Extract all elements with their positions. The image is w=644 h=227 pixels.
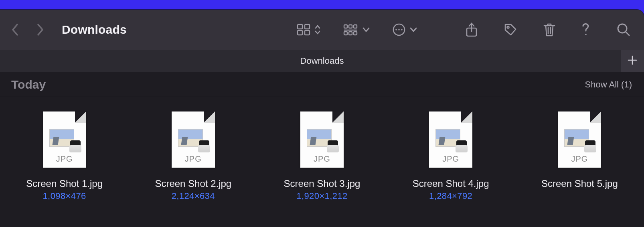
svg-rect-4 — [344, 25, 347, 28]
help-button[interactable] — [579, 20, 593, 39]
desktop-background-strip — [0, 0, 644, 10]
tab-label[interactable]: Downloads — [300, 56, 344, 66]
svg-point-22 — [618, 24, 627, 33]
show-all-button[interactable]: Show All (1) — [585, 79, 632, 90]
file-name: Screen Shot 5.jpg — [541, 178, 618, 189]
file-item[interactable]: JPG Screen Shot 1.jpg 1,098×476 — [2, 111, 127, 201]
group-button[interactable] — [341, 21, 372, 38]
file-dimensions: 1,920×1,212 — [296, 191, 347, 201]
svg-rect-6 — [354, 25, 357, 28]
file-icon: JPG — [429, 111, 472, 168]
file-name: Screen Shot 4.jpg — [413, 178, 489, 189]
view-mode-button[interactable] — [294, 21, 323, 38]
svg-point-14 — [401, 29, 403, 30]
file-type-label: JPG — [172, 154, 215, 164]
preview-app-icon — [327, 140, 339, 152]
section-header: Today Show All (1) — [0, 72, 644, 97]
preview-app-icon — [584, 140, 596, 152]
svg-point-12 — [395, 29, 397, 30]
file-item[interactable]: JPG Screen Shot 5.jpg — [517, 111, 642, 201]
nav-arrows — [10, 22, 46, 38]
back-button[interactable] — [10, 22, 21, 38]
file-type-label: JPG — [43, 154, 86, 164]
preview-app-icon — [456, 140, 468, 152]
toolbar: Downloads — [0, 10, 644, 50]
tab-bar: Downloads — [0, 50, 644, 72]
preview-app-icon — [69, 140, 81, 152]
search-button[interactable] — [614, 20, 633, 39]
svg-rect-1 — [305, 24, 310, 29]
plus-icon — [627, 55, 638, 67]
trash-icon — [543, 22, 556, 37]
svg-rect-5 — [349, 25, 352, 28]
svg-point-17 — [507, 26, 509, 28]
file-name: Screen Shot 1.jpg — [26, 178, 103, 189]
section-title: Today — [11, 78, 46, 91]
trash-button[interactable] — [541, 20, 558, 39]
ellipsis-circle-icon — [392, 23, 406, 36]
file-dimensions: 2,124×634 — [172, 191, 215, 201]
file-dimensions: 1,098×476 — [43, 191, 86, 201]
file-icon: JPG — [43, 111, 86, 168]
svg-line-23 — [626, 32, 629, 35]
preview-app-icon — [198, 140, 210, 152]
svg-point-21 — [585, 34, 587, 35]
group-icon — [343, 24, 358, 36]
grid-icon — [297, 24, 310, 36]
search-icon — [617, 23, 630, 36]
svg-rect-9 — [349, 32, 352, 35]
file-dimensions: 1,284×792 — [429, 191, 472, 201]
svg-point-13 — [398, 29, 400, 30]
chevron-updown-icon — [314, 24, 321, 35]
file-name: Screen Shot 2.jpg — [155, 178, 231, 189]
share-icon — [465, 22, 478, 37]
file-type-label: JPG — [300, 154, 344, 164]
svg-rect-3 — [305, 30, 310, 35]
new-tab-button[interactable] — [621, 50, 644, 72]
file-item[interactable]: JPG Screen Shot 2.jpg 2,124×634 — [131, 111, 256, 201]
svg-rect-0 — [298, 24, 302, 29]
forward-button[interactable] — [34, 22, 46, 38]
tags-button[interactable] — [501, 20, 520, 39]
right-tools — [463, 20, 633, 39]
help-icon — [581, 23, 591, 36]
svg-rect-2 — [298, 30, 302, 35]
file-icon: JPG — [558, 111, 601, 168]
file-item[interactable]: JPG Screen Shot 4.jpg 1,284×792 — [388, 111, 513, 201]
file-item[interactable]: JPG Screen Shot 3.jpg 1,920×1,212 — [259, 111, 385, 201]
view-controls — [294, 20, 419, 39]
action-button[interactable] — [390, 20, 419, 39]
file-icon: JPG — [172, 111, 215, 168]
chevron-down-icon — [410, 27, 417, 32]
chevron-down-icon — [363, 27, 370, 32]
file-type-label: JPG — [429, 154, 472, 164]
tag-icon — [504, 23, 517, 36]
share-button[interactable] — [463, 20, 480, 39]
gallery: JPG Screen Shot 1.jpg 1,098×476 JPG Scre… — [0, 97, 644, 201]
file-name: Screen Shot 3.jpg — [284, 178, 360, 189]
window-title: Downloads — [62, 23, 127, 36]
file-type-label: JPG — [558, 154, 601, 164]
svg-rect-8 — [344, 32, 347, 35]
finder-window: Downloads — [0, 10, 644, 227]
file-icon: JPG — [300, 111, 344, 168]
svg-rect-10 — [354, 32, 357, 35]
